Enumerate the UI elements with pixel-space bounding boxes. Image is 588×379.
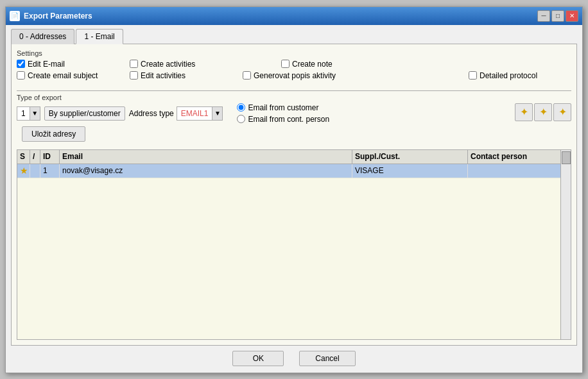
address-type-select[interactable]: EMAIL1 ▼ [177,106,223,121]
email-from-customer-radio[interactable] [237,103,245,112]
row-star-icon: ★ [20,165,28,176]
footer-bar: OK Cancel [11,346,577,369]
left-controls: 1 ▼ By supplier/customer Address type EM… [17,103,510,142]
header-contact: Contact person [468,150,571,164]
table-body: ★ 1 novak@visage.cz VISAGE [17,164,571,339]
settings-label: Settings [17,49,571,57]
icon-buttons: ✦ ✦ ✦ [515,103,571,121]
header-email: Email [60,150,352,164]
settings-row-2: Create email subject Edit activities Gen… [17,71,571,80]
close-button[interactable]: ✕ [566,10,578,22]
address-type-value: EMAIL1 [177,109,212,118]
save-addresses-button[interactable]: Uložit adresy [22,126,85,142]
maximize-button[interactable]: □ [551,10,564,22]
type-export-group: Type of export 1 ▼ By supplier/customer [17,94,571,146]
email-from-customer-label[interactable]: Email from customer [248,103,318,112]
table-row[interactable]: ★ 1 novak@visage.cz VISAGE [17,164,571,178]
method-dropdown[interactable]: By supplier/customer [44,106,125,121]
main-window: 📄 Export Parameters ─ □ ✕ 0 - Addresses … [5,6,583,373]
address-type-dropdown-btn[interactable]: ▼ [212,107,222,120]
checkbox-create-activities: Create activities [130,60,232,69]
cancel-button[interactable]: Cancel [299,351,355,366]
edit-activities-label[interactable]: Edit activities [141,71,186,80]
window-title: Export Parameters [24,12,92,21]
create-note-label[interactable]: Create note [292,60,333,69]
cell-suppl-1: VISAGE [352,164,468,178]
type-export-label: Type of export [17,94,571,101]
checkbox-create-note: Create note [281,60,384,69]
header-id: ID [40,150,60,164]
detailed-protocol-label[interactable]: Detailed protocol [480,71,537,80]
star-action-button-1[interactable]: ✦ [515,103,533,121]
content-area: Settings Edit E-mail Create activities C… [11,44,577,346]
separator-1 [17,90,571,91]
table-area: S / ID Email Suppl./Cust. Contact person… [17,149,571,340]
create-email-subject-label[interactable]: Create email subject [28,71,98,80]
checkbox-edit-activities: Edit activities [130,71,232,80]
edit-email-label[interactable]: Edit E-mail [28,60,65,69]
create-note-checkbox[interactable] [281,60,290,68]
edit-email-checkbox[interactable] [17,60,25,68]
header-suppl: Suppl./Cust. [352,150,468,164]
number-value: 1 [17,109,30,118]
type-export-row: 1 ▼ By supplier/customer Address type EM… [17,103,510,124]
star-icon-1: ✦ [520,106,528,118]
checkbox-create-email-subject: Create email subject [17,71,119,80]
address-type-label: Address type [129,109,174,118]
settings-group: Settings Edit E-mail Create activities C… [17,49,571,83]
generate-popis-label[interactable]: Generovat popis aktivity [254,71,336,80]
generate-popis-checkbox[interactable] [243,71,251,80]
cell-contact-1 [468,164,571,178]
tab-bar: 0 - Addresses 1 - Email [11,29,577,44]
minimize-button[interactable]: ─ [537,10,550,22]
star-action-button-2[interactable]: ✦ [534,103,552,121]
title-bar: 📄 Export Parameters ─ □ ✕ [6,7,582,25]
header-slash: / [30,150,40,164]
detailed-protocol-checkbox[interactable] [469,71,477,80]
email-from-cont-person-radio[interactable] [237,115,245,123]
cell-slash-1 [30,164,40,178]
create-email-subject-checkbox[interactable] [17,71,25,80]
table-header: S / ID Email Suppl./Cust. Contact person [17,150,571,164]
settings-row-1: Edit E-mail Create activities Create not… [17,60,571,69]
window-body: 0 - Addresses 1 - Email Settings Edit E-… [6,25,582,373]
scrollbar[interactable] [560,150,571,339]
checkbox-generate-popis: Generovat popis aktivity [243,71,345,80]
star-action-button-3[interactable]: ✦ [553,103,571,121]
create-activities-label[interactable]: Create activities [141,60,195,69]
save-btn-row: Uložit adresy [17,126,510,142]
create-activities-checkbox[interactable] [130,60,138,68]
scrollbar-thumb [562,151,571,164]
cell-s-1: ★ [17,164,30,178]
edit-activities-checkbox[interactable] [130,71,138,80]
cell-id-1: 1 [40,164,60,178]
address-type-wrap: Address type EMAIL1 ▼ [129,106,223,121]
star-icon-3: ✦ [558,106,567,118]
title-buttons: ─ □ ✕ [537,10,578,22]
checkbox-detailed-protocol: Detailed protocol [469,71,571,80]
number-dropdown-btn[interactable]: ▼ [30,107,40,120]
ok-button[interactable]: OK [232,351,284,366]
window-icon: 📄 [10,11,20,21]
controls-row: 1 ▼ By supplier/customer Address type EM… [17,103,571,142]
number-selector[interactable]: 1 ▼ [17,106,40,121]
radio-email-from-customer: Email from customer [237,103,329,112]
star-icon-2: ✦ [539,106,548,118]
tab-email[interactable]: 1 - Email [76,29,123,44]
tab-addresses[interactable]: 0 - Addresses [11,29,74,44]
header-s: S [17,150,30,164]
email-from-cont-person-label[interactable]: Email from cont. person [248,115,329,124]
checkbox-edit-email: Edit E-mail [17,60,119,69]
radio-email-from-cont-person: Email from cont. person [237,115,329,124]
title-bar-left: 📄 Export Parameters [10,11,92,21]
radio-group: Email from customer Email from cont. per… [237,103,329,124]
cell-email-1: novak@visage.cz [60,164,352,178]
